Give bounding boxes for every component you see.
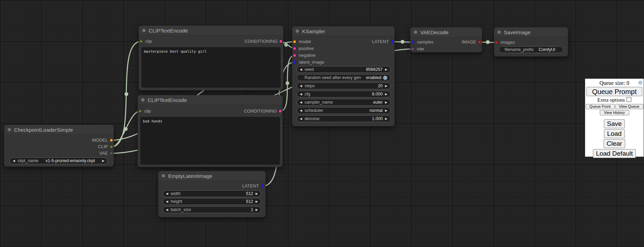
node-save-image[interactable]: SaveImage images filename_prefix ComfyUI <box>494 27 568 56</box>
output-port-vae[interactable] <box>110 152 113 155</box>
load-default-button[interactable]: Load Default <box>593 149 636 158</box>
node-title-bar[interactable]: CheckpointLoaderSimple <box>4 125 114 135</box>
input-port-clip[interactable] <box>138 109 142 113</box>
input-port-model[interactable] <box>293 40 296 43</box>
output-port-image[interactable] <box>478 40 481 44</box>
output-port-model[interactable] <box>110 139 113 142</box>
increment-arrow-icon[interactable]: ▶ <box>385 84 387 88</box>
node-title-bar[interactable]: EmptyLatentImage <box>158 171 265 181</box>
increment-arrow-icon[interactable]: ▶ <box>385 101 387 104</box>
queue-front-button[interactable]: Queue Front <box>586 104 615 109</box>
view-queue-button[interactable]: View Queue <box>615 104 643 109</box>
decrement-arrow-icon[interactable]: ◀ <box>166 192 168 195</box>
widget-label: sampler_name <box>305 100 333 105</box>
positive-prompt-textarea[interactable]: masterpiece best quality girl <box>141 47 281 88</box>
widget-value: ComfyUI <box>538 47 555 52</box>
widget-width[interactable]: ◀ width 512 ▶ <box>163 190 261 197</box>
increment-arrow-icon[interactable]: ▶ <box>385 109 387 112</box>
widget-label: steps <box>305 83 315 88</box>
node-collapse-dot-icon[interactable] <box>162 174 165 178</box>
clear-button[interactable]: Clear <box>604 139 625 148</box>
node-collapse-dot-icon[interactable] <box>296 29 299 33</box>
node-title-bar[interactable]: KSampler <box>292 26 395 36</box>
toggle-knob-icon[interactable] <box>383 76 387 80</box>
output-port-conditioning[interactable] <box>279 40 283 43</box>
increment-arrow-icon[interactable]: ▶ <box>385 93 387 96</box>
widget-random-seed-toggle[interactable]: Random seed after every gen enabled <box>297 74 391 81</box>
decrement-arrow-icon[interactable]: ◀ <box>300 101 302 104</box>
output-port-latent[interactable] <box>391 40 394 43</box>
decrement-arrow-icon[interactable]: ◀ <box>300 84 302 88</box>
view-history-button[interactable]: View History <box>600 110 629 115</box>
widget-label: batch_size <box>171 207 191 212</box>
widget-denoise[interactable]: ◀ denoise 1.000 ▶ <box>297 115 391 122</box>
node-collapse-dot-icon[interactable] <box>142 29 146 32</box>
node-collapse-dot-icon[interactable] <box>497 30 501 34</box>
decrement-arrow-icon[interactable]: ◀ <box>13 159 15 162</box>
node-title: EmptyLatentImage <box>168 173 212 179</box>
input-port-samples[interactable] <box>411 40 414 44</box>
node-title-bar[interactable]: CLIPTextEncode <box>139 26 283 36</box>
widget-filename-prefix[interactable]: filename_prefix ComfyUI <box>499 46 563 53</box>
widget-label: height <box>171 199 182 204</box>
increment-arrow-icon[interactable]: ▶ <box>256 192 258 195</box>
decrement-arrow-icon[interactable]: ◀ <box>300 109 302 112</box>
increment-arrow-icon[interactable]: ▶ <box>256 200 258 203</box>
load-button[interactable]: Load <box>604 129 624 138</box>
decrement-arrow-icon[interactable]: ◀ <box>166 200 168 203</box>
input-port-latent-image[interactable] <box>293 61 296 64</box>
node-title-bar[interactable]: SaveImage <box>494 27 568 37</box>
increment-arrow-icon[interactable]: ▶ <box>385 68 387 71</box>
node-empty-latent-image[interactable]: EmptyLatentImage LATENT ◀ width 512 ▶ ◀ … <box>158 171 265 217</box>
node-clip-text-encode-positive[interactable]: CLIPTextEncode clip CONDITIONING masterp… <box>139 26 283 90</box>
increment-arrow-icon[interactable]: ▶ <box>385 117 387 120</box>
widget-batch-size[interactable]: ◀ batch_size 1 ▶ <box>163 206 261 213</box>
increment-arrow-icon[interactable]: ▶ <box>256 208 258 211</box>
input-port-positive[interactable] <box>293 47 296 50</box>
widget-steps[interactable]: ◀ steps 20 ▶ <box>297 82 391 89</box>
negative-prompt-textarea[interactable]: bad hands <box>140 117 280 165</box>
node-title-bar[interactable]: VAEDecode <box>410 27 482 37</box>
link-midpoint-dot <box>124 127 128 131</box>
widget-label: cfg <box>305 92 310 96</box>
settings-gear-icon[interactable]: ⚙ <box>638 80 643 86</box>
input-slot-label-negative: negative <box>299 53 315 58</box>
widget-seed[interactable]: ◀ seed 8566257 ▶ <box>297 66 391 73</box>
widget-ckpt-name[interactable]: ◀ ckpt_name v1-5-pruned-emaonly.ckpt ▶ <box>10 157 108 164</box>
node-ksampler[interactable]: KSampler model positive negative latent_… <box>292 26 395 126</box>
widget-value: enabled <box>366 75 382 80</box>
input-slot-label-model: model <box>299 39 311 44</box>
widget-height[interactable]: ◀ height 512 ▶ <box>163 198 261 205</box>
node-clip-text-encode-negative[interactable]: CLIPTextEncode clip CONDITIONING bad han… <box>138 95 283 167</box>
decrement-arrow-icon[interactable]: ◀ <box>300 93 302 96</box>
node-checkpoint-loader-simple[interactable]: CheckpointLoaderSimple MODEL CLIP VAE ◀ … <box>4 125 114 167</box>
output-port-clip[interactable] <box>110 145 113 148</box>
node-vae-decode[interactable]: VAEDecode samples vae IMAGE <box>410 27 482 52</box>
widget-sampler-name[interactable]: ◀ sampler_name euler ▶ <box>297 99 391 106</box>
link-midpoint-dot <box>486 40 490 44</box>
comfyui-canvas[interactable]: { "app": "ComfyUI node graph", "palette"… <box>0 0 644 247</box>
input-port-vae[interactable] <box>411 47 414 51</box>
node-collapse-dot-icon[interactable] <box>8 128 11 131</box>
widget-cfg[interactable]: ◀ cfg 8.000 ▶ <box>297 91 391 98</box>
increment-arrow-icon[interactable]: ▶ <box>102 159 104 162</box>
node-collapse-dot-icon[interactable] <box>141 98 145 102</box>
widget-label: scheduler <box>305 108 323 113</box>
decrement-arrow-icon[interactable]: ◀ <box>300 68 302 71</box>
output-slot-label-model: MODEL <box>92 138 108 143</box>
node-title-bar[interactable]: CLIPTextEncode <box>138 95 283 105</box>
input-port-images[interactable] <box>495 41 498 44</box>
decrement-arrow-icon[interactable]: ◀ <box>300 117 302 120</box>
output-port-conditioning[interactable] <box>278 109 282 113</box>
input-slot-label-latent-image: latent_image <box>299 60 324 65</box>
output-port-latent[interactable] <box>261 184 264 188</box>
widget-scheduler[interactable]: ◀ scheduler normal ▶ <box>297 107 391 114</box>
save-button[interactable]: Save <box>604 119 625 128</box>
queue-prompt-button[interactable]: Queue Prompt <box>586 87 642 96</box>
input-port-negative[interactable] <box>293 54 296 57</box>
input-port-clip[interactable] <box>139 40 143 43</box>
extra-options-checkbox[interactable] <box>627 97 631 102</box>
node-title: KSampler <box>302 28 325 34</box>
node-collapse-dot-icon[interactable] <box>414 30 417 34</box>
decrement-arrow-icon[interactable]: ◀ <box>166 208 168 211</box>
